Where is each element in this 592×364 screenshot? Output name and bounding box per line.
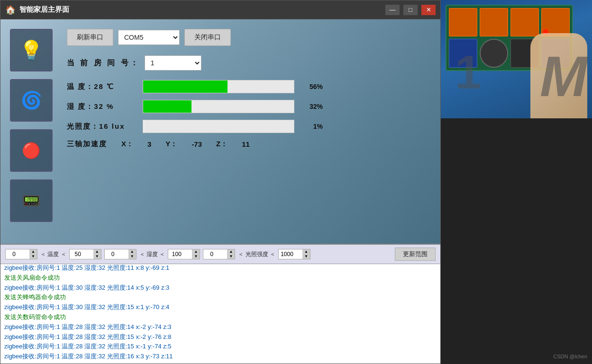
humidity-min-input[interactable]: 0 [105,250,128,258]
light-max-up[interactable]: ▲ [302,249,310,254]
light-min-input[interactable]: 0 [203,250,227,258]
temp-min-down[interactable]: ▼ [29,254,37,259]
title-bar: 🏠 智能家居主界面 — □ ✕ [0,0,440,19]
humidity-progress-container [143,100,294,113]
light-min-spinner[interactable]: 0 ▲ ▼ [203,249,235,259]
temp-max-up[interactable]: ▲ [93,249,101,254]
temp-max-input[interactable]: 50 [70,250,93,258]
refresh-serial-button[interactable]: 刷新串口 [67,29,113,46]
accelerometer-row: 三轴加速度 X： 3 Y： -73 Z： 11 [67,140,431,149]
app-title: 智能家居主界面 [19,5,385,14]
alarm-icon-box[interactable]: 🔴 [10,129,53,172]
humidity-progress-bar [143,100,191,113]
temperature-row: 温 度：28 ℃ 56% [67,80,431,93]
light-progress-bar [143,120,145,133]
log-line: zigbee接收:房间号:1 温度:28 湿度:32 光照度:14 x:-2 y… [4,322,437,332]
humidity-max-spinner[interactable]: 100 ▲ ▼ [168,249,200,259]
chip-3 [510,8,539,36]
humidity-max-up[interactable]: ▲ [192,249,200,254]
letter-1-decoration: 1 [455,45,482,99]
temp-min-up[interactable]: ▲ [29,249,37,254]
temperature-value: 56% [299,83,323,90]
alarm-icon: 🔴 [22,142,41,160]
temperature-label: 温 度：28 ℃ [67,82,138,91]
update-range-button[interactable]: 更新范围 [395,248,436,261]
log-line: zigbee接收:房间号:1 温度:28 湿度:32 光照度:16 x:3 y:… [4,352,437,362]
humidity-value: 32% [299,103,323,110]
device-icons-column: 💡 🌀 🔴 📟 [10,29,53,222]
humidity-min-down[interactable]: ▼ [128,254,136,259]
humidity-min-spinner[interactable]: 0 ▲ ▼ [104,249,137,259]
light-min-down[interactable]: ▼ [227,254,235,259]
accel-y-value: -73 [191,140,202,148]
bottom-panel: 0 ▲ ▼ ＜ 温度 ＜ 50 ▲ ▼ 0 [0,244,440,364]
room-select[interactable]: 1 2 3 4 [145,55,201,71]
light-label: 光照度：16 lux [67,122,138,131]
accel-x-value: 3 [147,140,151,148]
humidity-range-label: ＜ 湿度 ＜ [139,250,165,258]
range-controls: 0 ▲ ▼ ＜ 温度 ＜ 50 ▲ ▼ 0 [0,245,440,264]
chip-2 [480,8,508,36]
temp-range-label: ＜ 温度 ＜ [40,250,66,258]
serial-port-row: 刷新串口 COM5 COM1 COM2 COM3 COM4 COM6 关闭串口 [67,29,431,46]
room-selector-row: 当 前 房 间 号： 1 2 3 4 [67,55,431,71]
log-line: zigbee接收:房间号:1 温度:25 湿度:32 光照度:11 x:8 y:… [4,264,437,273]
right-panel: 1 M CSDN @lchen [441,0,592,364]
light-max-spinner[interactable]: 1000 ▲ ▼ [278,249,310,259]
log-line: 发送关蜂鸣器命令成功 [4,293,437,302]
temperature-progress-bar [143,80,228,93]
close-button[interactable]: ✕ [421,5,436,15]
chip-icon-box[interactable]: 📟 [10,179,53,222]
camera-view: 1 M [441,0,592,364]
accel-label: 三轴加速度 [67,140,107,149]
chip-icon: 📟 [22,192,41,210]
accel-x-label: X： [121,140,133,149]
log-line: zigbee接收:房间号:1 温度:28 湿度:32 光照度:15 x:-2 y… [4,332,437,342]
accel-z-value: 11 [242,140,250,148]
port-select[interactable]: COM5 COM1 COM2 COM3 COM4 COM6 [118,30,180,45]
bulb-icon-box[interactable]: 💡 [10,29,53,71]
bulb-icon: 💡 [19,39,43,62]
fan-chip [480,39,508,68]
accel-z-label: Z： [216,140,228,149]
temp-max-spinner[interactable]: 50 ▲ ▼ [69,249,101,259]
room-label: 当 前 房 间 号： [67,58,140,68]
log-line: zigbee接收:房间号:1 温度:28 湿度:32 光照度:15 x:-1 y… [4,342,437,352]
light-max-input[interactable]: 1000 [279,250,302,258]
chip-1 [449,8,477,36]
control-panel: 刷新串口 COM5 COM1 COM2 COM3 COM4 COM6 关闭串口 … [67,29,431,149]
light-max-down[interactable]: ▼ [302,254,310,259]
light-progress-container [143,120,294,133]
log-area[interactable]: zigbee接收:房间号:1 温度:25 湿度:32 光照度:11 x:8 y:… [0,264,440,364]
humidity-min-up[interactable]: ▲ [128,249,136,254]
maximize-button[interactable]: □ [403,5,418,15]
temp-max-down[interactable]: ▼ [93,254,101,259]
app-window: 🏠 智能家居主界面 — □ ✕ 💡 🌀 🔴 📟 [0,0,441,364]
light-value: 1% [299,123,323,130]
log-line: 发送关数码管命令成功 [4,312,437,322]
light-min-up[interactable]: ▲ [227,249,235,254]
light-range-label: ＜ 光照强度 ＜ [238,250,275,258]
humidity-label: 湿 度：32 % [67,102,138,111]
humidity-row: 湿 度：32 % 32% [67,100,431,113]
log-line: zigbee接收:房间号:1 温度:30 湿度:32 光照度:15 x:1 y:… [4,302,437,312]
minimize-button[interactable]: — [385,5,400,15]
temp-min-spinner[interactable]: 0 ▲ ▼ [5,249,37,259]
main-content: 💡 🌀 🔴 📟 刷新串口 COM5 COM1 COM2 COM3 [0,19,440,364]
window-controls: — □ ✕ [385,5,436,15]
app-icon: 🏠 [5,5,16,15]
fan-icon-box[interactable]: 🌀 [10,79,53,122]
humidity-max-input[interactable]: 100 [168,250,192,258]
humidity-max-down[interactable]: ▼ [192,254,200,259]
accel-y-label: Y： [165,140,177,149]
fan-icon: 🌀 [21,90,42,110]
watermark: CSDN @lchen [553,354,587,359]
temp-min-input[interactable]: 0 [6,250,29,258]
log-line: zigbee接收:房间号:1 温度:30 湿度:32 光照度:14 x:5 y:… [4,283,437,293]
close-port-button[interactable]: 关闭串口 [184,29,231,46]
light-row: 光照度：16 lux 1% [67,120,431,133]
temperature-progress-container [143,80,294,93]
log-line: 发送关风扇命令成功 [4,273,437,283]
letter-m-decoration: M [540,44,587,109]
